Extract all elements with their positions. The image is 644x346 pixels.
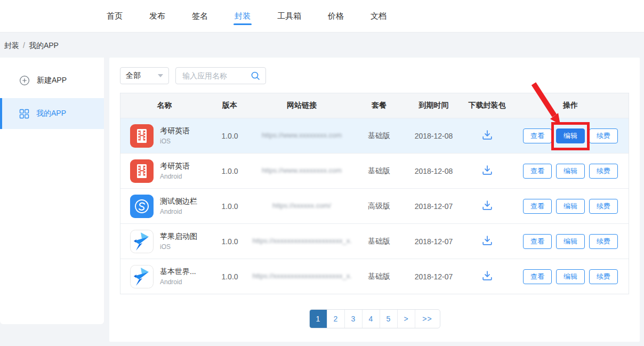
- app-name: 苹果启动图: [160, 232, 197, 242]
- site-url-blurred: https://xxxxxxxxxxxxxxxxxxxx_x...: [253, 237, 351, 245]
- sidebar-item[interactable]: 新建APP: [0, 65, 104, 96]
- download-cell: [462, 200, 512, 212]
- nav-item[interactable]: 文档: [371, 0, 387, 32]
- site-url-blurred: https://www.xxxxxxxx.com: [262, 131, 342, 139]
- edit-annotation-wrap: 编辑: [556, 128, 585, 143]
- app-version: 1.0.0: [208, 237, 251, 246]
- app-platform: iOS: [160, 138, 190, 145]
- nav-item[interactable]: 签名: [192, 0, 208, 32]
- search-input[interactable]: [181, 71, 246, 81]
- actions-cell: 查看编辑续费: [512, 164, 629, 179]
- next-page-button[interactable]: >: [398, 310, 415, 328]
- column-header: 版本: [208, 101, 251, 110]
- app-platform: Android: [160, 173, 190, 180]
- plan-badge: 基础版: [352, 272, 406, 281]
- search-icon[interactable]: [251, 71, 260, 81]
- plan-badge: 高级版: [352, 202, 406, 211]
- page-button-1[interactable]: 1: [310, 310, 327, 328]
- s-browser-icon: [130, 195, 154, 218]
- expiry-date: 2018-12-07: [406, 237, 462, 246]
- pagination-group: 12345>>>: [309, 309, 440, 328]
- column-header: 网站链接: [251, 101, 352, 110]
- table-row: 测试侧边栏Android1.0.0https://xxxxxx.com/高级版2…: [120, 188, 629, 223]
- sidebar-item-label: 新建APP: [37, 76, 67, 85]
- site-url-blurred: https://www.xxxxxxxx.com: [251, 166, 352, 176]
- app-name: 考研英语: [160, 126, 190, 136]
- renew-button[interactable]: 续费: [589, 128, 618, 143]
- view-button[interactable]: 查看: [523, 234, 552, 249]
- last-page-button[interactable]: >>: [415, 310, 440, 328]
- plan-badge: 基础版: [352, 237, 406, 246]
- toolbar: 全部: [120, 67, 629, 84]
- expiry-date: 2018-12-07: [406, 202, 462, 211]
- bird-icon: [130, 230, 154, 253]
- site-url-blurred: https://xxxxxxxxxxxxxxxxxxxx_x...: [253, 272, 351, 280]
- chevron-down-icon: [158, 74, 163, 77]
- edit-button[interactable]: 编辑: [556, 128, 585, 143]
- sidebar-item[interactable]: 我的APP: [0, 98, 104, 129]
- sidebar-item-label: 我的APP: [36, 109, 66, 118]
- filter-select-value: 全部: [126, 71, 141, 81]
- renew-button[interactable]: 续费: [589, 234, 618, 249]
- breadcrumb: 封装/我的APP: [0, 33, 644, 58]
- edit-button[interactable]: 编辑: [556, 234, 585, 249]
- app-platform: Android: [160, 278, 196, 286]
- table-row: 基本世界...Android1.0.0https://xxxxxxxxxxxxx…: [120, 259, 629, 294]
- app-name-cell: 考研英语Android: [120, 159, 208, 183]
- view-button[interactable]: 查看: [523, 199, 552, 214]
- app-name-cell: 考研英语iOS: [120, 124, 208, 148]
- edit-button[interactable]: 编辑: [556, 164, 585, 179]
- site-url-blurred: https://www.xxxxxxxx.com: [262, 166, 342, 174]
- breadcrumb-separator: /: [23, 41, 25, 50]
- nav-item[interactable]: 价格: [328, 0, 344, 32]
- circle-plus-icon: [19, 75, 30, 86]
- page-button-4[interactable]: 4: [363, 310, 380, 328]
- renew-button[interactable]: 续费: [589, 269, 618, 284]
- actions-cell: 查看编辑续费: [512, 199, 629, 214]
- filter-select[interactable]: 全部: [120, 67, 169, 84]
- site-url-blurred: https://xxxxxx.com/: [272, 202, 331, 210]
- page-button-3[interactable]: 3: [345, 310, 363, 328]
- download-cell: [462, 165, 512, 177]
- column-header: 名称: [120, 101, 208, 110]
- nav-item[interactable]: 首页: [107, 0, 123, 32]
- search-box: [175, 67, 266, 84]
- table-row: 考研英语iOS1.0.0https://www.xxxxxxxx.com基础版2…: [120, 118, 629, 153]
- nav-item[interactable]: 工具箱: [277, 0, 301, 32]
- plan-badge: 基础版: [352, 131, 406, 141]
- column-header: 套餐: [352, 101, 406, 110]
- download-cell: [462, 270, 512, 283]
- download-icon[interactable]: [481, 235, 493, 246]
- view-button[interactable]: 查看: [523, 164, 552, 179]
- nav-item[interactable]: 发布: [149, 0, 165, 32]
- pagination: 12345>>>: [120, 309, 629, 328]
- download-icon[interactable]: [481, 200, 493, 211]
- column-header: 下载封装包: [462, 101, 512, 110]
- site-url-blurred: https://www.xxxxxxxx.com: [251, 131, 352, 141]
- edit-button[interactable]: 编辑: [556, 199, 585, 214]
- breadcrumb-section[interactable]: 封装: [4, 41, 19, 50]
- download-icon[interactable]: [481, 165, 493, 175]
- app-version: 1.0.0: [208, 202, 251, 211]
- download-icon[interactable]: [481, 130, 493, 140]
- view-button[interactable]: 查看: [523, 269, 552, 284]
- bird-icon: [130, 265, 154, 288]
- nav-item-active[interactable]: 封装: [235, 0, 251, 32]
- breadcrumb-current: 我的APP: [29, 41, 59, 50]
- column-header: 操作: [512, 101, 629, 110]
- actions-cell: 查看编辑续费: [512, 269, 629, 284]
- download-cell: [462, 130, 512, 142]
- renew-button[interactable]: 续费: [589, 164, 618, 179]
- download-icon[interactable]: [481, 270, 493, 281]
- edit-button[interactable]: 编辑: [556, 269, 585, 284]
- app-platform: Android: [160, 208, 197, 215]
- film-icon: [130, 124, 154, 148]
- page-button-2[interactable]: 2: [327, 310, 345, 328]
- app-name-cell: 基本世界...Android: [120, 265, 208, 288]
- page-button-5[interactable]: 5: [380, 310, 398, 328]
- app-version: 1.0.0: [208, 132, 251, 140]
- renew-button[interactable]: 续费: [589, 199, 618, 214]
- app-version: 1.0.0: [208, 272, 251, 281]
- view-button[interactable]: 查看: [523, 128, 552, 143]
- app-name: 考研英语: [160, 162, 190, 171]
